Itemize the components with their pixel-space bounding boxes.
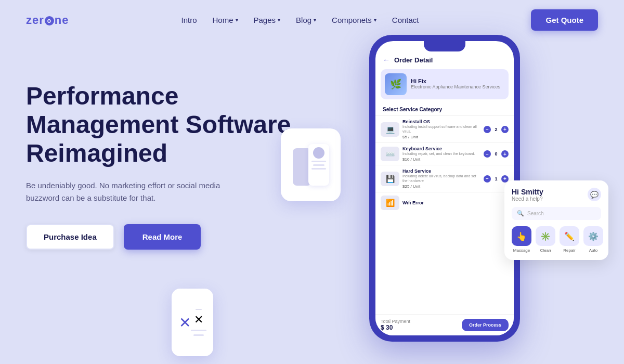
hero-left: Performance Management Software Reimagin…: [26, 50, 296, 270]
phone-screen: ← Order Detail 🌿 Hi Fix Electronic Appli…: [375, 41, 514, 335]
chat-greeting: Hi Smitty: [512, 188, 543, 196]
service-info-reinstall: Reinstall OS Including install support s…: [402, 119, 480, 139]
purchase-idea-button[interactable]: Purchase Idea: [26, 224, 114, 250]
chat-service-auto[interactable]: ⚙️ Auto: [583, 226, 603, 253]
qty-minus-button[interactable]: −: [484, 126, 491, 133]
qty-plus-button[interactable]: +: [501, 175, 509, 183]
service-name: Wifi Error: [402, 200, 509, 205]
total-amount: $ 30: [381, 324, 410, 331]
service-item-reinstall[interactable]: 💻 Reinstall OS Including install support…: [375, 115, 514, 142]
chat-card: Hi Smitty Need a help? 💬 🔍 Search 👆 Mass…: [504, 180, 608, 260]
service-label-repair: Repair: [563, 248, 576, 253]
service-name: Keyboard Service: [402, 146, 480, 151]
get-quote-button[interactable]: Get Quote: [531, 9, 598, 31]
order-detail-title: Order Detail: [394, 56, 433, 64]
service-desc: Including install support software and c…: [402, 124, 480, 134]
chat-greeting-section: Hi Smitty Need a help?: [512, 188, 543, 202]
qty-minus-button[interactable]: −: [484, 150, 491, 158]
read-more-button[interactable]: Read More: [124, 224, 201, 250]
floating-phone-small: ✕: [172, 289, 213, 356]
qty-control-keyboard: − 0 +: [484, 150, 509, 158]
service-label-auto: Auto: [589, 248, 597, 253]
chat-service-repair[interactable]: ✏️ Repair: [560, 226, 579, 253]
qty-number: 1: [493, 176, 499, 181]
phone-frame: ← Order Detail 🌿 Hi Fix Electronic Appli…: [369, 35, 520, 342]
chevron-down-icon: ▾: [278, 17, 280, 23]
order-banner-image: 🌿: [385, 73, 407, 95]
chat-bubble-icon[interactable]: 💬: [588, 188, 601, 201]
massage-icon: 👆: [512, 226, 531, 246]
hero-title: Performance Management Software Reimagin…: [26, 82, 296, 168]
service-name: Hard Service: [402, 168, 480, 174]
service-price: $25 / Unit: [402, 184, 480, 189]
nav-componets[interactable]: Componets ▾: [332, 16, 376, 24]
chat-header: Hi Smitty Need a help? 💬: [512, 188, 601, 202]
service-item-hard[interactable]: 💾 Hard Service Including delete all viru…: [375, 165, 514, 192]
service-price: $5 / Unit: [402, 135, 480, 139]
service-name: Reinstall OS: [402, 119, 480, 124]
service-desc: Including delete all virus, backup data …: [402, 174, 480, 183]
nav-contact[interactable]: Contact: [392, 16, 419, 24]
nav-home[interactable]: Home ▾: [212, 16, 238, 24]
nav-links: Intro Home ▾ Pages ▾ Blog ▾ Componets ▾ …: [181, 16, 419, 24]
qty-number: 2: [493, 127, 499, 132]
service-item-keyboard[interactable]: ⌨️ Keyboard Service Including repair, se…: [375, 142, 514, 165]
chevron-down-icon: ▾: [314, 17, 316, 23]
qty-control-hard: − 1 +: [484, 175, 509, 183]
order-banner-title: Hi Fix: [411, 78, 500, 84]
phone-footer: Total Payment $ 30 Order Process: [375, 314, 514, 335]
nav-intro[interactable]: Intro: [181, 16, 197, 24]
category-title: Select Service Category: [375, 105, 514, 115]
service-image-hard: 💾: [381, 172, 399, 186]
clean-icon: ✳️: [536, 226, 555, 246]
search-icon: 🔍: [517, 210, 524, 217]
logo[interactable]: zerone: [26, 14, 69, 27]
chat-subtitle: Need a help?: [512, 196, 543, 202]
search-placeholder: Search: [527, 211, 544, 216]
order-banner-text: Hi Fix Electronic Appliance Maintenance …: [411, 78, 500, 90]
phone-mockup: ← Order Detail 🌿 Hi Fix Electronic Appli…: [369, 35, 520, 342]
qty-plus-button[interactable]: +: [501, 126, 509, 133]
qty-minus-button[interactable]: −: [484, 175, 491, 183]
qty-control-reinstall: − 2 +: [484, 126, 509, 133]
service-image-keyboard: ⌨️: [381, 147, 399, 161]
service-info-hard: Hard Service Including delete all virus,…: [402, 168, 480, 189]
hero-subtitle: Be undeniably good. No marketing effort …: [26, 179, 224, 204]
hero-section: Performance Management Software Reimagin…: [0, 40, 624, 364]
qty-plus-button[interactable]: +: [501, 150, 509, 158]
logo-circle: o: [45, 16, 54, 25]
floating-card-mid: [281, 128, 341, 201]
chat-service-clean[interactable]: ✳️ Clean: [536, 226, 555, 253]
service-label-massage: Massage: [513, 248, 530, 253]
order-banner: 🌿 Hi Fix Electronic Appliance Maintenanc…: [381, 69, 509, 99]
service-label-clean: Clean: [540, 248, 551, 253]
order-banner-subtitle: Electronic Appliance Maintenance Service…: [411, 84, 500, 90]
order-header: ← Order Detail: [375, 56, 514, 69]
navbar: zerone Intro Home ▾ Pages ▾ Blog ▾ Compo…: [0, 0, 624, 40]
qty-number: 0: [493, 151, 499, 157]
chat-services: 👆 Massage ✳️ Clean ✏️ Repair ⚙️ Auto: [512, 226, 601, 253]
service-price: $10 / Unit: [402, 157, 480, 162]
nav-pages[interactable]: Pages ▾: [254, 16, 281, 24]
service-info-wifi: Wifi Error: [402, 200, 509, 205]
back-arrow-icon: ←: [383, 56, 390, 64]
auto-icon: ⚙️: [583, 226, 603, 246]
service-image-reinstall: 💻: [381, 122, 399, 137]
chevron-down-icon: ▾: [236, 17, 238, 23]
service-image-wifi: 📶: [381, 196, 399, 210]
total-label: Total Payment: [381, 319, 410, 324]
chevron-down-icon: ▾: [374, 17, 376, 23]
order-process-button[interactable]: Order Process: [462, 319, 509, 331]
service-item-wifi[interactable]: 📶 Wifi Error: [375, 192, 514, 213]
hero-buttons: Purchase Idea Read More: [26, 224, 296, 250]
service-info-keyboard: Keyboard Service Including repair, set, …: [402, 146, 480, 162]
nav-blog[interactable]: Blog ▾: [296, 16, 316, 24]
service-desc: Including repair, set, and clean the key…: [402, 151, 480, 156]
phone-notch: [424, 41, 465, 51]
total-section: Total Payment $ 30: [381, 319, 410, 331]
repair-icon: ✏️: [560, 226, 579, 246]
chat-search-bar[interactable]: 🔍 Search: [512, 207, 601, 220]
chat-service-massage[interactable]: 👆 Massage: [512, 226, 531, 253]
